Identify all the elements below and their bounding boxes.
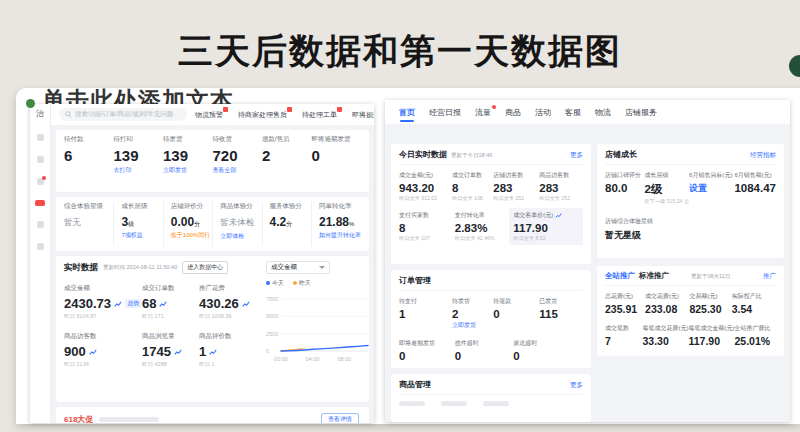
star-value: 暂无星级 — [605, 229, 776, 242]
more-link[interactable]: 更多 — [570, 381, 583, 390]
realtime-chart: 025005000750000:0004:0008:00 — [266, 289, 372, 367]
topnav-item[interactable]: 待处理工单 — [302, 110, 342, 120]
metric-select[interactable]: 成交金额 — [266, 261, 330, 274]
line-chart-icon[interactable] — [159, 300, 167, 308]
stat-value: 8 — [399, 222, 455, 234]
stat-value: 117.90 — [513, 222, 579, 234]
promotion-tab-standard[interactable]: 标准推广 — [639, 271, 669, 281]
line-chart-icon[interactable] — [242, 300, 250, 308]
today-stat-cell: 店铺访客数 283 昨日全天 252 — [493, 171, 539, 202]
promote-link[interactable]: 推广 — [763, 272, 776, 281]
right-body: 今日实时数据 更新于今日18:46 更多 成交金额(元) 943.20 昨日全天… — [385, 124, 790, 422]
promo-banner: 618大促 查看详情 — [56, 407, 369, 423]
notification-badge — [337, 107, 342, 112]
stat-value[interactable]: 2级 — [644, 182, 689, 197]
nav-tab[interactable]: 客服 — [565, 107, 581, 124]
promotion-section: 全站推广 标准推广 更新于08月11日 推广 总花费(元) 235.91 成交花 — [597, 266, 784, 356]
stat-label: 成交花费(元) — [645, 292, 689, 301]
stat-link[interactable]: 立即体检 — [220, 232, 261, 241]
left-dashboard: 治 搜索功能/订单/商品/规则/常见问题 物流预警 待商家处理售后 — [30, 104, 374, 423]
nav-tab[interactable]: 经营日报 — [429, 107, 461, 124]
stat-link[interactable]: 查看全部 — [213, 166, 263, 175]
growth-link[interactable]: 经营指标 — [750, 151, 776, 160]
stat-label: 成交订单数 — [452, 171, 493, 180]
stat-link[interactable]: 7项权益 — [121, 231, 162, 240]
line-chart-icon[interactable] — [209, 348, 217, 356]
stat-value: 7 — [605, 335, 643, 347]
realtime-stat-cell: 成交订单数 68 昨日 171 — [142, 284, 199, 320]
nav-tab[interactable]: 物流 — [595, 107, 611, 124]
today-stat-cell: 支付买家数 8 昨日全天 107 — [399, 211, 455, 242]
line-chart-icon[interactable] — [89, 348, 97, 356]
stat-value[interactable]: 80.0 — [605, 182, 644, 194]
stat-label: 商品访客数 — [539, 171, 583, 180]
stat-link[interactable]: 如何提升转化率 — [319, 231, 361, 240]
todo-stat-cell: 待付款 6 — [64, 135, 114, 187]
svg-text:08:00: 08:00 — [337, 356, 351, 362]
trend-tag[interactable]: 趋势 — [125, 299, 142, 308]
stat-label: 成长层级 — [644, 171, 689, 180]
stat-link[interactable]: 低于100%同行 — [171, 231, 212, 240]
topnav-item[interactable]: 物流预警 — [195, 110, 228, 120]
search-input[interactable]: 搜索功能/订单/商品/规则/常见问题 — [59, 108, 187, 121]
rail-icon[interactable] — [37, 221, 44, 228]
today-stat-cell: 成交客单价(元) 117.90 昨日全天 8.52 — [509, 208, 583, 245]
rail-icon-with-badge[interactable] — [37, 178, 44, 185]
svg-text:00:00: 00:00 — [274, 356, 288, 362]
nav-tab[interactable]: 流量 — [475, 107, 491, 124]
right-tabs: 首页 经营日报 流量 商品 活动 客服 物流 店铺服务 — [385, 100, 790, 124]
topnav-item[interactable]: 即将损失流量 — [352, 110, 374, 120]
right-dashboard: 首页 经营日报 流量 商品 活动 客服 物流 店铺服务 今日实时数据 更新于今日… — [385, 100, 790, 422]
nav-tab[interactable]: 活动 — [535, 107, 551, 124]
rail-icon[interactable] — [37, 243, 44, 250]
order-stat-cell: 派送超时 0 — [513, 339, 583, 363]
order-stat-cell: 即将逾期发货 0 — [399, 339, 455, 363]
stat-value: 0 — [312, 147, 362, 164]
realtime-stats: 成交金额 2430.73 趋势 昨日 6104.87 — [64, 284, 256, 368]
stat-label: 已发货 — [539, 297, 583, 306]
stat-value: 430.26 — [199, 296, 239, 311]
data-center-button[interactable]: 进入数据中心 — [182, 261, 228, 274]
promotion-row2: 成交笔数 7 每笔成交花费(元) 33.30 每笔成交金额(元) 117.90 — [605, 324, 776, 347]
stat-value[interactable]: 设置 — [689, 182, 734, 195]
rail-icon[interactable] — [37, 134, 44, 141]
stat-link[interactable]: 去打印 — [114, 166, 164, 175]
left-sidebar-rail: 治 — [30, 104, 51, 423]
nav-tab[interactable]: 商品 — [505, 107, 521, 124]
stat-label: 成长层级 — [121, 202, 162, 211]
stat-label: 同单转化率 — [319, 202, 361, 211]
stat-label: 待支付 — [399, 297, 452, 306]
nav-tab[interactable]: 首页 — [399, 107, 415, 124]
stat-label: 每笔成交花费(元) — [643, 324, 689, 333]
svg-text:2500: 2500 — [266, 331, 278, 337]
yesterday-sub: 昨日 6104.87 — [64, 313, 142, 320]
order-stat-cell: 已发货 115 — [539, 297, 583, 330]
topnav-item[interactable]: 待商家处理售后 — [238, 110, 292, 120]
stat-label: 商品体验分 — [220, 202, 261, 211]
promo-text-placeholder — [99, 417, 159, 422]
experience-stat-cell: 商品体验分 暂未体检 立即体检 — [212, 202, 261, 246]
nav-tab[interactable]: 店铺服务 — [625, 107, 657, 124]
yesterday-sub: 昨日全天 912.02 — [399, 195, 452, 202]
ship-now-link[interactable]: 立即发货 — [452, 321, 493, 330]
promo-button[interactable]: 查看详情 — [321, 413, 359, 424]
more-link[interactable]: 更多 — [570, 151, 583, 160]
promotion-tab-allsite[interactable]: 全站推广 — [605, 271, 635, 281]
stat-label: 派送超时 — [513, 339, 583, 348]
svg-text:5000: 5000 — [266, 313, 278, 319]
stat-label: 成交订单数 — [142, 284, 199, 293]
line-chart-icon[interactable] — [114, 300, 122, 308]
experience-stat-cell: 综合体验星级 暂无 — [64, 202, 113, 246]
stat-value: 2430.73 — [64, 296, 111, 311]
legend-item-yesterday[interactable]: 昨天 — [293, 279, 311, 288]
today-title: 今日实时数据 — [399, 149, 447, 160]
line-chart-icon[interactable] — [174, 348, 182, 356]
stat-label: 成交金额 — [64, 284, 142, 293]
stat-value[interactable]: 1084.47 — [734, 182, 776, 194]
stat-link[interactable]: 立即发货 — [163, 166, 213, 175]
legend-item-today[interactable]: 今天 — [266, 279, 284, 288]
rail-icon[interactable] — [37, 156, 44, 163]
today-stat-cell: 成交订单数 8 昨日全天 108 — [452, 171, 493, 202]
today-section: 今日实时数据 更新于今日18:46 更多 成交金额(元) 943.20 昨日全天… — [391, 144, 591, 264]
stat-value: 1 — [199, 344, 206, 359]
